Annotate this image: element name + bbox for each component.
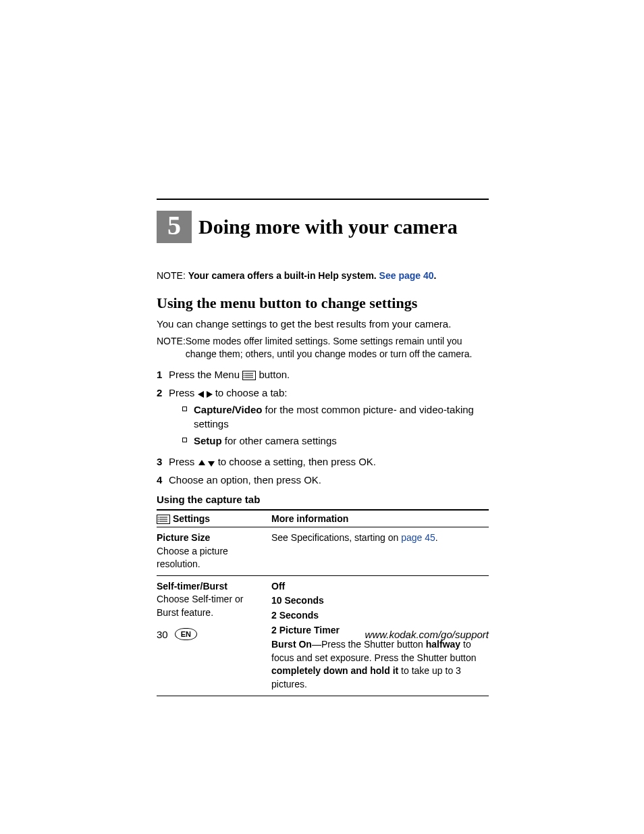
svg-point-16	[158, 519, 159, 520]
note2-label: NOTE:	[157, 335, 186, 361]
step3-pre: Press	[169, 456, 198, 467]
step2-pre: Press	[169, 387, 198, 398]
option-10-seconds: 10 Seconds	[271, 594, 485, 608]
bullet2-bold: Setup	[194, 435, 222, 446]
page-number: 30	[157, 629, 168, 640]
step3-post: to choose a setting, then press OK.	[215, 456, 376, 467]
step-number: 1	[157, 367, 169, 382]
burst-b1: halfway	[426, 639, 460, 650]
step-4: 4 Choose an option, then press OK.	[157, 473, 489, 487]
svg-point-6	[244, 377, 245, 378]
step-1: 1 Press the Menu button.	[157, 367, 489, 382]
note2-text: Some modes offer limited settings. Some …	[186, 335, 489, 361]
menu-icon	[157, 515, 170, 524]
burst-b2: completely down and hold it	[271, 665, 398, 676]
chapter-header: 5 Doing more with your camera	[157, 211, 489, 243]
bullet2-rest: for other camera settings	[222, 435, 337, 446]
bullet-setup: Setup for other camera settings	[182, 434, 489, 448]
svg-point-4	[244, 373, 245, 374]
burst-t1: —Press the Shutter button	[312, 639, 426, 650]
step2-post: to choose a tab:	[213, 387, 288, 398]
row-selftimer-title: Self-timer/Burst	[157, 581, 227, 592]
up-down-arrows-icon	[198, 459, 215, 467]
row1-info-post: .	[435, 532, 438, 543]
language-badge: EN	[175, 628, 197, 640]
settings-table: Settings More information Picture Size C…	[157, 509, 489, 696]
row-picture-size-title: Picture Size	[157, 532, 210, 543]
note-label: NOTE:	[157, 270, 186, 281]
row-selftimer-desc: Choose Self-timer or Burst feature.	[157, 594, 243, 618]
table-header-info: More information	[271, 510, 489, 527]
section-intro: You can change settings to get the best …	[157, 317, 489, 331]
note-help-system: NOTE: Your camera offers a built-in Help…	[157, 270, 489, 281]
note-tail: .	[434, 270, 437, 281]
step-3: 3 Press to choose a setting, then press …	[157, 454, 489, 469]
svg-marker-10	[208, 461, 215, 467]
chapter-title: Doing more with your camera	[192, 211, 458, 243]
row1-info-pre: See Specifications, starting on	[271, 532, 401, 543]
section-title: Using the menu button to change settings	[157, 294, 489, 312]
menu-icon	[242, 371, 256, 380]
burst-description: Burst On—Press the Shutter button halfwa…	[271, 639, 477, 689]
svg-point-17	[158, 521, 159, 522]
link-page-40[interactable]: See page 40	[379, 270, 434, 281]
chapter-number: 5	[157, 211, 192, 243]
link-page-45[interactable]: page 45	[401, 532, 435, 543]
top-rule	[157, 199, 489, 200]
row-picture-size-desc: Choose a picture resolution.	[157, 546, 228, 570]
step-number: 2	[157, 386, 169, 450]
svg-marker-8	[207, 391, 213, 398]
page-footer: 30 EN www.kodak.com/go/support	[157, 628, 489, 640]
step-2: 2 Press to choose a tab: Capture/Video f…	[157, 386, 489, 450]
steps-list: 1 Press the Menu button. 2 Press to choo…	[157, 367, 489, 487]
step-number: 3	[157, 454, 169, 469]
svg-marker-9	[198, 460, 205, 465]
option-2-seconds: 2 Seconds	[271, 609, 485, 623]
footer-url[interactable]: www.kodak.com/go/support	[365, 629, 489, 640]
burst-lead: Burst On	[271, 639, 312, 650]
capture-tab-heading: Using the capture tab	[157, 494, 489, 505]
table-header-settings: Settings	[157, 510, 271, 527]
left-right-arrows-icon	[198, 390, 213, 398]
square-bullet-icon	[182, 438, 187, 442]
bullet-capture-video: Capture/Video for the most common pictur…	[182, 402, 489, 431]
svg-point-15	[158, 517, 159, 518]
bullet1-bold: Capture/Video	[194, 404, 262, 415]
step4-text: Choose an option, then press OK.	[169, 473, 489, 487]
step1-pre: Press the Menu	[169, 369, 242, 380]
header-settings-text: Settings	[173, 513, 210, 524]
note-modes: NOTE: Some modes offer limited settings.…	[157, 335, 489, 361]
step2-bullets: Capture/Video for the most common pictur…	[182, 402, 489, 448]
step-number: 4	[157, 473, 169, 487]
square-bullet-icon	[182, 407, 187, 411]
note-bold-text: Your camera offers a built-in Help syste…	[188, 270, 377, 281]
svg-marker-7	[198, 391, 204, 398]
svg-point-5	[244, 375, 245, 376]
step1-post: button.	[256, 369, 290, 380]
table-row: Picture Size Choose a picture resolution…	[157, 527, 489, 576]
option-off: Off	[271, 580, 485, 594]
